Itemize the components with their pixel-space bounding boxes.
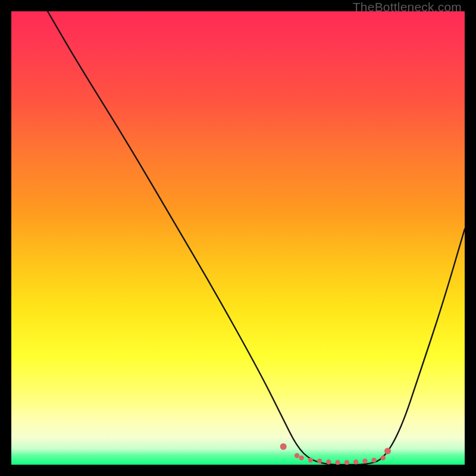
heat-gradient-plot bbox=[11, 11, 465, 465]
chart-frame: TheBottleneck.com bbox=[0, 0, 476, 476]
watermark-text: TheBottleneck.com bbox=[353, 0, 462, 14]
